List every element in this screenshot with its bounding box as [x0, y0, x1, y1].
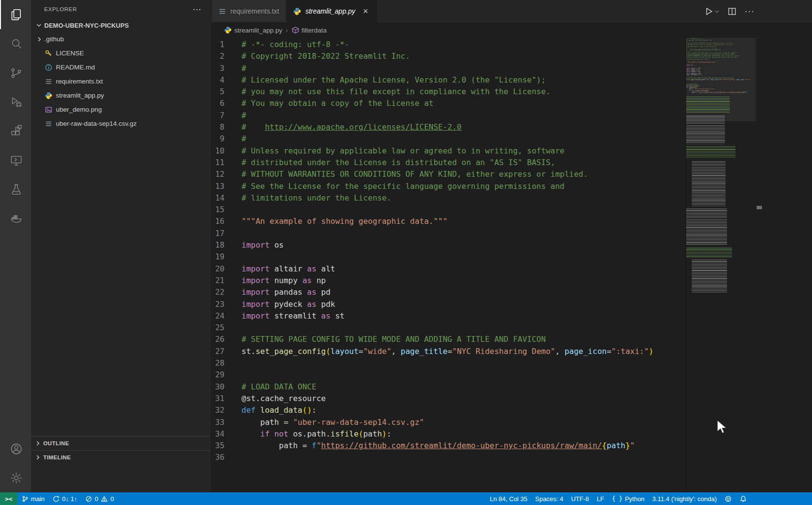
eol-setting[interactable]: LF	[593, 492, 608, 505]
remote-indicator[interactable]: ><	[0, 492, 17, 505]
activity-bar	[0, 0, 31, 492]
line-number[interactable]: 6	[211, 98, 242, 109]
activity-remote-explorer-button[interactable]	[0, 146, 31, 175]
close-tab-icon[interactable]: ×	[361, 6, 370, 16]
activity-source-control-button[interactable]	[0, 58, 31, 87]
activity-docker-button[interactable]	[0, 204, 31, 233]
branch-indicator[interactable]: main	[17, 492, 49, 505]
timeline-section-header[interactable]: TIMELINE	[31, 450, 211, 464]
line-number[interactable]: 28	[211, 357, 242, 369]
file-list: .githubLICENSEREADME.mdrequirements.txts…	[31, 32, 211, 131]
line-number[interactable]: 11	[211, 157, 242, 168]
outline-label: OUTLINE	[43, 440, 69, 446]
line-number[interactable]: 33	[211, 417, 242, 428]
explorer-more-actions-icon[interactable]: ⋯	[190, 4, 204, 15]
line-number[interactable]: 20	[211, 263, 242, 275]
line-number[interactable]: 29	[211, 369, 242, 381]
line-number[interactable]: 19	[211, 251, 242, 263]
search-icon	[10, 37, 23, 50]
line-number[interactable]: 15	[211, 204, 242, 216]
line-number[interactable]: 4	[211, 74, 242, 86]
python-interpreter[interactable]: 3.11.4 ('nightly': conda)	[648, 492, 721, 505]
line-number[interactable]: 9	[211, 133, 242, 145]
breadcrumb-filterdata[interactable]: filterdata	[292, 26, 327, 34]
file-streamlit-app-py[interactable]: streamlit_app.py	[31, 88, 211, 102]
line-number[interactable]: 36	[211, 452, 242, 463]
line-number[interactable]: 17	[211, 228, 242, 239]
warning-count: 0	[110, 495, 114, 503]
file-uber-raw-data-sep14-csv-gz[interactable]: uber-raw-data-sep14.csv.gz	[31, 117, 211, 131]
line-number[interactable]: 32	[211, 404, 242, 416]
line-number[interactable]: 27	[211, 346, 242, 357]
line-number[interactable]: 12	[211, 168, 242, 180]
file-readme-md[interactable]: README.md	[31, 60, 211, 74]
activity-settings-button[interactable]	[0, 463, 31, 492]
activity-extensions-button[interactable]	[0, 117, 31, 146]
line-number[interactable]: 26	[211, 334, 242, 345]
license-key-icon	[45, 50, 52, 57]
chevron-right-icon	[34, 454, 42, 461]
line-number[interactable]: 8	[211, 121, 242, 133]
activity-run-debug-button[interactable]	[0, 87, 31, 117]
split-editor-icon[interactable]	[727, 7, 737, 16]
activity-search-button[interactable]	[0, 29, 31, 58]
cursor-position[interactable]: Ln 84, Col 35	[486, 492, 531, 505]
list-file-icon	[45, 78, 52, 85]
tab-requirements-txt[interactable]: requirements.txt	[211, 0, 286, 22]
file-uber-demo-png[interactable]: uber_demo.png	[31, 102, 211, 117]
more-actions-icon[interactable]: ···	[744, 6, 755, 17]
file-requirements-txt[interactable]: requirements.txt	[31, 74, 211, 88]
run-python-file-button[interactable]	[704, 7, 720, 16]
overview-ruler[interactable]	[756, 38, 763, 492]
activity-accounts-button[interactable]	[0, 434, 31, 463]
breadcrumb: streamlit_app.py›filterdata	[211, 22, 812, 38]
line-number[interactable]: 21	[211, 275, 242, 286]
line-number[interactable]: 34	[211, 428, 242, 440]
breadcrumb-streamlit-app-py[interactable]: streamlit_app.py	[224, 26, 282, 34]
language-mode[interactable]: { } Python	[608, 492, 648, 505]
line-number[interactable]: 13	[211, 181, 242, 192]
sync-changes-indicator[interactable]: 0↓ 1↑	[49, 492, 81, 505]
line-number[interactable]: 30	[211, 381, 242, 393]
outline-section-header[interactable]: OUTLINE	[31, 436, 211, 450]
python-icon	[45, 92, 52, 100]
cursor-position-marker	[757, 206, 762, 209]
timeline-label: TIMELINE	[43, 454, 71, 460]
root-folder-label: DEMO-UBER-NYC-PICKUPS	[44, 22, 129, 29]
source-control-icon	[10, 67, 23, 80]
sidebar-title: EXPLORER	[44, 6, 190, 12]
line-number[interactable]: 16	[211, 216, 242, 227]
line-number[interactable]: 35	[211, 440, 242, 452]
root-folder-row[interactable]: DEMO-UBER-NYC-PICKUPS	[31, 18, 211, 32]
line-number[interactable]: 18	[211, 239, 242, 251]
chevron-down-icon	[714, 9, 720, 14]
activity-explorer-button[interactable]	[0, 0, 31, 29]
feedback-button[interactable]	[721, 492, 736, 505]
folder-github[interactable]: .github	[31, 32, 211, 46]
editor-actions: ···	[704, 0, 755, 22]
line-number[interactable]: 22	[211, 286, 242, 298]
tab-streamlit-app-py[interactable]: streamlit_app.py×	[286, 0, 377, 22]
language-label: Python	[625, 495, 644, 503]
remote-explorer-icon	[10, 154, 23, 167]
line-number[interactable]: 25	[211, 322, 242, 334]
indentation-setting[interactable]: Spaces: 4	[531, 492, 567, 505]
line-number[interactable]: 5	[211, 86, 242, 98]
minimap[interactable]: # -*- coding: utf-8 -*-# Copyright 2018-…	[686, 38, 756, 492]
line-number[interactable]: 1	[211, 39, 242, 50]
line-number[interactable]: 2	[211, 50, 242, 62]
problems-indicator[interactable]: 0 0	[81, 492, 118, 505]
line-number[interactable]: 24	[211, 310, 242, 322]
line-number[interactable]: 14	[211, 192, 242, 204]
line-number[interactable]: 3	[211, 63, 242, 74]
file-license[interactable]: LICENSE	[31, 46, 211, 60]
line-number[interactable]: 10	[211, 145, 242, 157]
error-icon	[85, 495, 92, 503]
line-number[interactable]: 7	[211, 110, 242, 121]
notifications-button[interactable]	[736, 492, 751, 505]
encoding-setting[interactable]: UTF-8	[567, 492, 593, 505]
line-number[interactable]: 23	[211, 299, 242, 310]
files-icon	[10, 8, 23, 21]
line-number[interactable]: 31	[211, 393, 242, 404]
activity-testing-button[interactable]	[0, 175, 31, 204]
